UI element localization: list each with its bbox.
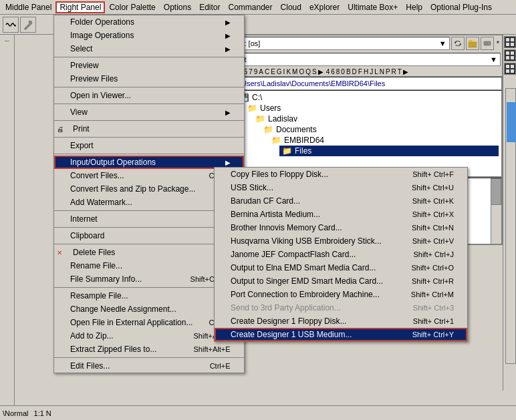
menu-commander[interactable]: Commander xyxy=(225,1,277,13)
input-output-submenu[interactable]: Copy Files to Floppy Disk... Shift+ Ctrl… xyxy=(214,167,468,342)
drive-selector[interactable]: c: [os] ▼ xyxy=(237,37,450,50)
submenu-output-elna[interactable]: Output to Elna EMD Smart Media Card... S… xyxy=(215,261,467,274)
icon-grid2[interactable] xyxy=(504,49,516,61)
tree-embird64[interactable]: 📁 EMBIRD64 xyxy=(271,135,499,146)
drive-btn[interactable] xyxy=(481,37,494,50)
submenu-bernina[interactable]: Bernina Artista Medium... Shift+ Ctrl+X xyxy=(215,208,467,221)
file-list-scrollbar[interactable] xyxy=(491,178,501,244)
dropdown-print[interactable]: Print xyxy=(54,122,244,136)
add-zip-label: Add to Zip... xyxy=(70,331,114,341)
preview-label: Preview xyxy=(70,61,99,70)
menu-optional-plug-ins[interactable]: Optional Plug-Ins xyxy=(426,1,496,13)
open-in-viewer-label: Open in Viewer... xyxy=(70,91,131,100)
dropdown-preview[interactable]: Preview xyxy=(54,59,244,72)
barudan-label: Barudan CF Card... xyxy=(231,196,300,206)
submenu-copy-floppy[interactable]: Copy Files to Floppy Disk... Shift+ Ctrl… xyxy=(215,168,467,181)
dropdown-folder-operations[interactable]: Folder Operations ▶ xyxy=(54,15,244,29)
menu-explorer[interactable]: eXplorer xyxy=(305,1,344,13)
scrollbar-thumb[interactable] xyxy=(491,178,501,205)
usb-stick-label: USB Stick... xyxy=(231,183,273,192)
dropdown-export[interactable]: Export xyxy=(54,139,244,152)
create-designer-floppy-shortcut: Shift+ Ctrl+1 xyxy=(400,317,454,325)
svg-rect-12 xyxy=(511,65,514,68)
edit-files-shortcut: Ctrl+E xyxy=(197,362,231,370)
folder-btn[interactable] xyxy=(466,37,479,50)
print-label: Print xyxy=(73,124,90,134)
left-panel: ⟨ xyxy=(0,35,15,405)
husqvarna-shortcut: Shift+ Ctrl+V xyxy=(399,237,454,245)
image-operations-label: Image Operations xyxy=(70,31,134,40)
menu-middle-panel[interactable]: Middle Panel xyxy=(1,1,55,13)
tree-c-drive[interactable]: 💾 C:\ xyxy=(239,92,499,103)
extract-zipped-shortcut: Shift+Alt+E xyxy=(180,345,230,353)
toolbar-btn-wrench[interactable] xyxy=(20,17,36,33)
export-label: Export xyxy=(70,141,94,150)
submenu-port-connection[interactable]: Port Connection to Embroidery Machine...… xyxy=(215,288,467,301)
janome-shortcut: Shift+ Ctrl+J xyxy=(400,250,454,258)
submenu-create-designer-floppy[interactable]: Create Designer 1 Floppy Disk... Shift+ … xyxy=(215,314,467,328)
dropdown-extract-zipped[interactable]: Extract Zipped Files to... Shift+Alt+E xyxy=(54,343,244,356)
right-scrollbar[interactable] xyxy=(505,88,516,364)
dropdown-open-in-viewer[interactable]: Open in Viewer... xyxy=(54,89,244,102)
right-scrollbar-thumb[interactable] xyxy=(507,102,516,142)
icon-grid1[interactable] xyxy=(504,36,516,48)
svg-rect-3 xyxy=(506,38,509,41)
dropdown-view[interactable]: View ▶ xyxy=(54,106,244,119)
svg-rect-13 xyxy=(506,69,509,73)
open-external-label: Open File in External Application... xyxy=(70,318,192,327)
submenu-barudan[interactable]: Barudan CF Card... Shift+ Ctrl+K xyxy=(215,194,467,208)
submenu-brother[interactable]: Brother Innovis Memory Card... Shift+ Ct… xyxy=(215,221,467,234)
svg-rect-5 xyxy=(506,43,509,46)
menu-help[interactable]: Help xyxy=(402,1,426,13)
submenu-usb-stick[interactable]: USB Stick... Shift+ Ctrl+U xyxy=(215,181,467,194)
asterisk: * xyxy=(495,39,501,47)
menu-color-palette[interactable]: Color Palette xyxy=(105,1,159,13)
filter-dropdown-arrow[interactable]: ▼ xyxy=(490,55,497,63)
submenu-create-designer-usb[interactable]: Create Designer 1 USB Medium... Shift+ C… xyxy=(215,328,467,341)
submenu-husqvarna[interactable]: Husqvarna Viking USB Embroidery Stick...… xyxy=(215,234,467,248)
tree-files[interactable]: 📁 Files xyxy=(279,146,499,156)
folder-operations-arrow: ▶ xyxy=(225,19,231,26)
dropdown-image-operations[interactable]: Image Operations ▶ xyxy=(54,29,244,42)
dropdown-preview-files[interactable]: Preview Files xyxy=(54,72,244,85)
refresh-btn[interactable] xyxy=(451,37,465,50)
menu-editor[interactable]: Editor xyxy=(195,1,224,13)
svg-rect-14 xyxy=(511,69,514,73)
tree-documents[interactable]: 📁 Documents xyxy=(263,124,499,135)
sep6 xyxy=(54,154,244,154)
menu-right-panel[interactable]: Right Panel xyxy=(55,1,105,13)
create-designer-usb-label: Create Designer 1 USB Medium... xyxy=(231,330,352,339)
copy-floppy-label: Copy Files to Floppy Disk... xyxy=(231,170,328,179)
submenu-output-singer[interactable]: Output to Singer EMD Smart Media Card...… xyxy=(215,274,467,288)
view-label: View xyxy=(70,108,88,117)
right-icon-strip xyxy=(503,35,516,391)
tree-area[interactable]: 💾 C:\ 📁 Users 📁 Ladislav 📁 Documents 📁 xyxy=(236,90,502,177)
output-singer-shortcut: Shift+ Ctrl+R xyxy=(398,277,454,285)
dropdown-edit-files[interactable]: Edit Files... Ctrl+E xyxy=(54,359,244,373)
submenu-send-3rd-party[interactable]: Send to 3rd Party Application... Shift+ … xyxy=(215,301,467,314)
zoom-level: 1:1 N xyxy=(34,409,51,417)
dropdown-select[interactable]: Select ▶ xyxy=(54,42,244,55)
drive-dropdown-arrow[interactable]: ▼ xyxy=(439,39,446,47)
menu-ultimate-box[interactable]: Ultimate Box+ xyxy=(344,1,402,13)
toolbar-btn-wave[interactable] xyxy=(3,17,19,33)
tree-ladislav[interactable]: 📁 Ladislav xyxy=(255,114,499,124)
icon-grid3[interactable] xyxy=(504,63,516,75)
folder-icon3: 📁 xyxy=(263,125,273,134)
preview-files-label: Preview Files xyxy=(70,74,118,83)
copy-floppy-shortcut: Shift+ Ctrl+F xyxy=(399,170,454,178)
resample-label: Resample File... xyxy=(70,291,128,300)
svg-rect-2 xyxy=(488,43,489,44)
file-summary-label: File Summary Info... xyxy=(70,274,142,284)
menu-options[interactable]: Options xyxy=(160,1,195,13)
input-output-label: Input/Output Operations xyxy=(70,158,156,167)
menubar: Middle Panel Right Panel Color Palette O… xyxy=(0,0,516,15)
tree-users[interactable]: 📁 Users xyxy=(247,103,499,114)
output-elna-shortcut: Shift+ Ctrl+O xyxy=(398,264,454,272)
output-elna-label: Output to Elna EMD Smart Media Card... xyxy=(231,263,376,272)
menu-cloud[interactable]: Cloud xyxy=(277,1,305,13)
left-panel-label: ⟨ xyxy=(4,40,10,42)
submenu-janome[interactable]: Janome JEF CompactFlash Card... Shift+ C… xyxy=(215,248,467,261)
filter-selector[interactable]: st ▼ xyxy=(237,53,501,66)
bernina-label: Bernina Artista Medium... xyxy=(231,210,320,219)
